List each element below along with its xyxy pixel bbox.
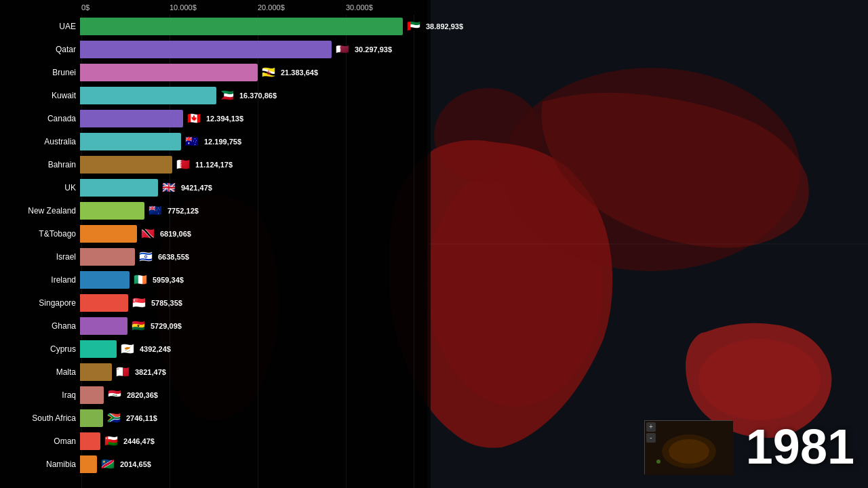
bar-value: 11.124,17$ <box>195 161 233 169</box>
country-label: Israel <box>0 252 80 262</box>
bar <box>80 87 216 104</box>
country-label: Ghana <box>0 321 80 331</box>
bar-wrapper: 🇧🇭11.124,17$ <box>80 156 233 174</box>
country-label: Malta <box>0 367 80 377</box>
svg-point-13 <box>656 460 660 464</box>
bar-row: Oman🇴🇲2446,47$ <box>0 430 427 452</box>
bar <box>80 18 403 35</box>
bar-wrapper: 🇦🇺12.199,75$ <box>80 133 241 150</box>
bar-row: Singapore🇸🇬5785,35$ <box>0 291 427 314</box>
flag-icon: 🇧🇳 <box>259 66 278 79</box>
country-label: Iraq <box>0 390 80 400</box>
flag-icon: 🇿🇦 <box>104 412 123 424</box>
bar-row: Ireland🇮🇪5959,34$ <box>0 268 427 291</box>
country-label: Ireland <box>0 275 80 285</box>
bar-value: 6638,55$ <box>158 253 189 261</box>
bar-row: Kuwait🇰🇼16.370,86$ <box>0 84 427 106</box>
flag-icon: 🇦🇺 <box>182 136 201 148</box>
bar <box>80 386 104 404</box>
country-label: UAE <box>0 22 80 31</box>
bar-value: 7752,12$ <box>167 207 199 215</box>
bar <box>80 317 127 335</box>
country-label: Australia <box>0 137 80 146</box>
bar <box>80 133 181 150</box>
bar-value: 38.892,93$ <box>426 22 463 30</box>
bar-wrapper: 🇴🇲2446,47$ <box>80 432 155 450</box>
bar <box>80 156 172 174</box>
axis-label-0: 0$ <box>81 3 90 12</box>
bar-wrapper: 🇮🇪5959,34$ <box>80 271 184 289</box>
bar-row: Cyprus🇨🇾4392,24$ <box>0 338 427 360</box>
bars-container: UAE🇦🇪38.892,93$Qatar🇶🇦30.297,93$Brunei🇧🇳… <box>0 15 427 476</box>
svg-text:-: - <box>650 434 652 441</box>
bar <box>80 110 183 127</box>
bar-value: 5959,34$ <box>153 276 184 284</box>
bar-value: 9421,47$ <box>181 184 212 192</box>
country-label: Cyprus <box>0 344 80 354</box>
bar-row: Ghana🇬🇭5729,09$ <box>0 314 427 337</box>
flag-icon: 🇬🇧 <box>159 182 178 194</box>
svg-point-12 <box>669 439 709 464</box>
axis-label-3: 30.000$ <box>346 3 373 12</box>
bar-wrapper: 🇦🇪38.892,93$ <box>80 18 463 35</box>
bar-value: 21.383,64$ <box>281 68 318 77</box>
country-label: New Zealand <box>0 206 80 216</box>
bar-value: 16.370,86$ <box>239 92 277 100</box>
axis-row: 0$ 10.000$ 20.000$ 30.000$ <box>0 0 427 15</box>
svg-text:+: + <box>649 423 653 430</box>
country-label: Oman <box>0 436 80 446</box>
country-label: UK <box>0 183 80 192</box>
bar-value: 2820,36$ <box>127 391 158 399</box>
bar-row: Canada🇨🇦12.394,13$ <box>0 107 427 129</box>
bar-row: Israel🇮🇱6638,55$ <box>0 245 427 268</box>
bar-value: 6819,06$ <box>160 230 191 238</box>
bar-value: 2746,11$ <box>126 414 157 422</box>
bar <box>80 409 103 427</box>
bar <box>80 64 258 81</box>
flag-icon: 🇳🇦 <box>98 458 117 470</box>
bar-row: Namibia🇳🇦2014,65$ <box>0 453 427 475</box>
flag-icon: 🇹🇹 <box>138 228 157 240</box>
flag-icon: 🇶🇦 <box>333 43 352 56</box>
bar-wrapper: 🇹🇹6819,06$ <box>80 225 191 243</box>
bar-row: Australia🇦🇺12.199,75$ <box>0 130 427 152</box>
bar-wrapper: 🇿🇦2746,11$ <box>80 409 157 427</box>
bar <box>80 202 144 220</box>
bar-row: Qatar🇶🇦30.297,93$ <box>0 38 427 60</box>
flag-icon: 🇨🇦 <box>184 113 203 125</box>
chart-area: 0$ 10.000$ 20.000$ 30.000$ UAE🇦🇪38.892,9… <box>0 0 427 488</box>
bar-value: 3821,47$ <box>135 368 166 376</box>
flag-icon: 🇧🇭 <box>174 159 193 171</box>
bar <box>80 363 112 381</box>
bar-value: 2446,47$ <box>123 437 155 445</box>
bar-row: Iraq🇮🇶2820,36$ <box>0 384 427 406</box>
bar-value: 5729,09$ <box>151 322 182 330</box>
bar-value: 2014,65$ <box>120 460 151 468</box>
bar-wrapper: 🇲🇹3821,47$ <box>80 363 166 381</box>
bar-wrapper: 🇨🇾4392,24$ <box>80 340 171 358</box>
flag-icon: 🇸🇬 <box>130 297 149 309</box>
bar-wrapper: 🇶🇦30.297,93$ <box>80 41 392 58</box>
bar-row: Malta🇲🇹3821,47$ <box>0 361 427 383</box>
bar-wrapper: 🇸🇬5785,35$ <box>80 294 182 312</box>
bar-wrapper: 🇬🇭5729,09$ <box>80 317 182 335</box>
bar <box>80 248 135 266</box>
bar-wrapper: 🇧🇳21.383,64$ <box>80 64 318 81</box>
bar <box>80 225 137 243</box>
bar-row: Bahrain🇧🇭11.124,17$ <box>0 153 427 176</box>
flag-icon: 🇬🇭 <box>129 320 148 332</box>
flag-icon: 🇮🇪 <box>131 274 150 286</box>
flag-icon: 🇮🇶 <box>105 389 124 401</box>
mini-map: + - <box>644 420 732 474</box>
country-label: Bahrain <box>0 160 80 169</box>
bar-value: 12.394,13$ <box>206 115 243 123</box>
country-label: Qatar <box>0 45 80 54</box>
bar-row: South Africa🇿🇦2746,11$ <box>0 407 427 429</box>
axis-label-1: 10.000$ <box>170 3 197 12</box>
flag-icon: 🇨🇾 <box>118 343 137 355</box>
country-label: Namibia <box>0 460 80 469</box>
bar-wrapper: 🇨🇦12.394,13$ <box>80 110 243 127</box>
bar-value: 12.199,75$ <box>204 138 241 146</box>
country-label: Canada <box>0 114 80 123</box>
bar-wrapper: 🇮🇶2820,36$ <box>80 386 158 404</box>
